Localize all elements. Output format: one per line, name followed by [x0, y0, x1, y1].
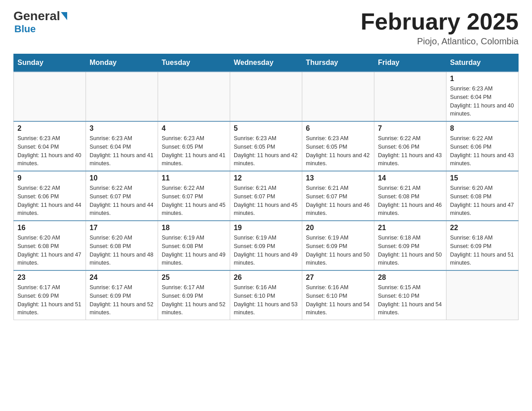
week-row-1: 1Sunrise: 6:23 AMSunset: 6:04 PMDaylight…	[14, 72, 519, 121]
header-row: SundayMondayTuesdayWednesdayThursdayFrid…	[14, 54, 519, 72]
day-cell: 19Sunrise: 6:19 AMSunset: 6:09 PMDayligh…	[230, 221, 302, 270]
day-cell: 26Sunrise: 6:16 AMSunset: 6:10 PMDayligh…	[230, 270, 302, 320]
day-number: 4	[162, 124, 226, 133]
day-number: 8	[450, 124, 515, 133]
day-number: 18	[162, 224, 226, 232]
logo-text: General	[13, 9, 68, 23]
day-number: 6	[306, 124, 370, 133]
day-info: Sunrise: 6:17 AMSunset: 6:09 PMDaylight:…	[90, 283, 154, 317]
day-number: 7	[378, 124, 442, 133]
day-number: 10	[90, 174, 154, 182]
day-number: 26	[234, 274, 298, 282]
day-info: Sunrise: 6:23 AMSunset: 6:05 PMDaylight:…	[162, 134, 226, 168]
day-info: Sunrise: 6:15 AMSunset: 6:10 PMDaylight:…	[378, 283, 442, 317]
day-cell: 25Sunrise: 6:17 AMSunset: 6:09 PMDayligh…	[158, 270, 230, 320]
header-cell-tuesday: Tuesday	[158, 54, 230, 72]
logo-general: General	[13, 9, 60, 23]
day-number: 23	[17, 274, 82, 282]
day-number: 22	[450, 224, 515, 232]
day-info: Sunrise: 6:16 AMSunset: 6:10 PMDaylight:…	[306, 283, 370, 317]
day-cell	[446, 270, 519, 320]
day-info: Sunrise: 6:22 AMSunset: 6:06 PMDaylight:…	[450, 134, 515, 168]
day-cell	[14, 72, 86, 121]
day-info: Sunrise: 6:17 AMSunset: 6:09 PMDaylight:…	[17, 283, 82, 317]
day-cell: 23Sunrise: 6:17 AMSunset: 6:09 PMDayligh…	[14, 270, 86, 320]
day-number: 15	[450, 174, 515, 182]
logo-arrow-icon	[61, 12, 67, 20]
day-cell: 28Sunrise: 6:15 AMSunset: 6:10 PMDayligh…	[374, 270, 446, 320]
day-cell: 8Sunrise: 6:22 AMSunset: 6:06 PMDaylight…	[446, 121, 519, 171]
day-number: 5	[234, 124, 298, 133]
day-number: 11	[162, 174, 226, 182]
day-cell: 18Sunrise: 6:19 AMSunset: 6:08 PMDayligh…	[158, 221, 230, 270]
day-number: 17	[90, 224, 154, 232]
day-info: Sunrise: 6:19 AMSunset: 6:09 PMDaylight:…	[234, 234, 298, 267]
day-cell: 15Sunrise: 6:20 AMSunset: 6:08 PMDayligh…	[446, 171, 519, 221]
day-cell: 2Sunrise: 6:23 AMSunset: 6:04 PMDaylight…	[14, 121, 86, 171]
day-cell: 14Sunrise: 6:21 AMSunset: 6:08 PMDayligh…	[374, 171, 446, 221]
day-number: 14	[378, 174, 442, 182]
day-number: 2	[17, 124, 82, 133]
header-cell-sunday: Sunday	[14, 54, 86, 72]
day-cell: 1Sunrise: 6:23 AMSunset: 6:04 PMDaylight…	[446, 72, 519, 121]
day-info: Sunrise: 6:16 AMSunset: 6:10 PMDaylight:…	[234, 283, 298, 317]
calendar-body: 1Sunrise: 6:23 AMSunset: 6:04 PMDaylight…	[14, 72, 519, 320]
header-cell-saturday: Saturday	[446, 54, 519, 72]
logo-subtitle: Blue	[14, 23, 68, 35]
day-cell: 27Sunrise: 6:16 AMSunset: 6:10 PMDayligh…	[302, 270, 374, 320]
day-number: 12	[234, 174, 298, 182]
month-title: February 2025	[360, 9, 519, 34]
day-number: 9	[17, 174, 82, 182]
day-info: Sunrise: 6:23 AMSunset: 6:05 PMDaylight:…	[234, 134, 298, 168]
location: Piojo, Atlantico, Colombia	[360, 36, 519, 47]
day-info: Sunrise: 6:19 AMSunset: 6:08 PMDaylight:…	[162, 234, 226, 267]
day-cell: 22Sunrise: 6:18 AMSunset: 6:09 PMDayligh…	[446, 221, 519, 270]
header-cell-thursday: Thursday	[302, 54, 374, 72]
day-number: 27	[306, 274, 370, 282]
day-cell	[158, 72, 230, 121]
day-info: Sunrise: 6:23 AMSunset: 6:04 PMDaylight:…	[90, 134, 154, 168]
header-cell-monday: Monday	[86, 54, 158, 72]
day-cell: 24Sunrise: 6:17 AMSunset: 6:09 PMDayligh…	[86, 270, 158, 320]
day-cell	[86, 72, 158, 121]
day-info: Sunrise: 6:18 AMSunset: 6:09 PMDaylight:…	[378, 234, 442, 267]
day-cell: 6Sunrise: 6:23 AMSunset: 6:05 PMDaylight…	[302, 121, 374, 171]
header-cell-wednesday: Wednesday	[230, 54, 302, 72]
day-info: Sunrise: 6:20 AMSunset: 6:08 PMDaylight:…	[90, 234, 154, 267]
title-section: February 2025 Piojo, Atlantico, Colombia	[360, 9, 519, 47]
day-cell: 9Sunrise: 6:22 AMSunset: 6:06 PMDaylight…	[14, 171, 86, 221]
page-header: General Blue February 2025 Piojo, Atlant…	[13, 9, 519, 47]
day-info: Sunrise: 6:18 AMSunset: 6:09 PMDaylight:…	[450, 234, 515, 267]
day-cell: 5Sunrise: 6:23 AMSunset: 6:05 PMDaylight…	[230, 121, 302, 171]
day-number: 21	[378, 224, 442, 232]
day-info: Sunrise: 6:19 AMSunset: 6:09 PMDaylight:…	[306, 234, 370, 267]
day-cell: 7Sunrise: 6:22 AMSunset: 6:06 PMDaylight…	[374, 121, 446, 171]
day-info: Sunrise: 6:22 AMSunset: 6:06 PMDaylight:…	[17, 184, 82, 218]
day-cell: 12Sunrise: 6:21 AMSunset: 6:07 PMDayligh…	[230, 171, 302, 221]
week-row-4: 16Sunrise: 6:20 AMSunset: 6:08 PMDayligh…	[14, 221, 519, 270]
day-info: Sunrise: 6:21 AMSunset: 6:07 PMDaylight:…	[234, 184, 298, 218]
day-cell: 21Sunrise: 6:18 AMSunset: 6:09 PMDayligh…	[374, 221, 446, 270]
day-number: 16	[17, 224, 82, 232]
day-cell: 3Sunrise: 6:23 AMSunset: 6:04 PMDaylight…	[86, 121, 158, 171]
day-info: Sunrise: 6:20 AMSunset: 6:08 PMDaylight:…	[450, 184, 515, 218]
calendar-header: SundayMondayTuesdayWednesdayThursdayFrid…	[14, 54, 519, 72]
day-cell	[302, 72, 374, 121]
day-info: Sunrise: 6:21 AMSunset: 6:07 PMDaylight:…	[306, 184, 370, 218]
day-info: Sunrise: 6:17 AMSunset: 6:09 PMDaylight:…	[162, 283, 226, 317]
week-row-3: 9Sunrise: 6:22 AMSunset: 6:06 PMDaylight…	[14, 171, 519, 221]
day-number: 13	[306, 174, 370, 182]
day-number: 3	[90, 124, 154, 133]
day-number: 19	[234, 224, 298, 232]
header-cell-friday: Friday	[374, 54, 446, 72]
day-info: Sunrise: 6:22 AMSunset: 6:06 PMDaylight:…	[378, 134, 442, 168]
day-number: 28	[378, 274, 442, 282]
day-cell	[374, 72, 446, 121]
day-cell: 13Sunrise: 6:21 AMSunset: 6:07 PMDayligh…	[302, 171, 374, 221]
day-cell	[230, 72, 302, 121]
week-row-5: 23Sunrise: 6:17 AMSunset: 6:09 PMDayligh…	[14, 270, 519, 320]
day-info: Sunrise: 6:23 AMSunset: 6:04 PMDaylight:…	[17, 134, 82, 168]
day-number: 20	[306, 224, 370, 232]
day-cell: 10Sunrise: 6:22 AMSunset: 6:07 PMDayligh…	[86, 171, 158, 221]
day-info: Sunrise: 6:22 AMSunset: 6:07 PMDaylight:…	[90, 184, 154, 218]
